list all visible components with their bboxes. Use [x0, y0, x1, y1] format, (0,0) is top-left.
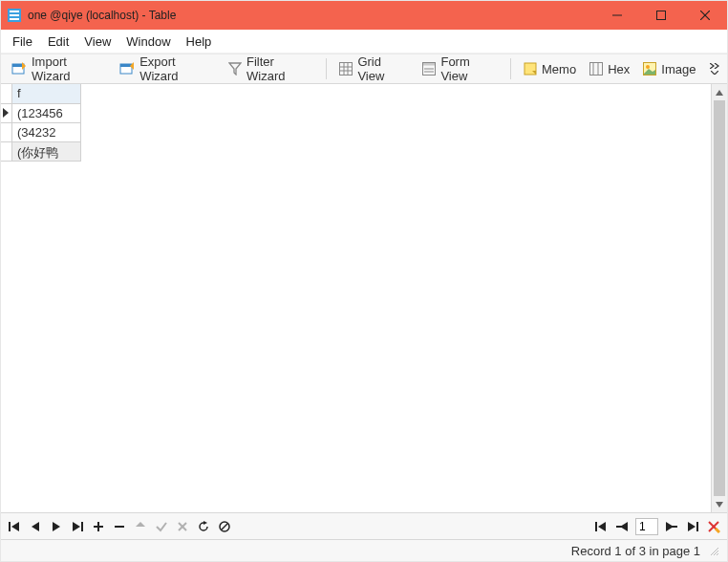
nav-delete-button[interactable] [112, 519, 127, 534]
page-settings-button[interactable] [706, 519, 721, 534]
cell[interactable]: (34232 [12, 123, 81, 142]
menu-edit[interactable]: Edit [40, 32, 76, 52]
nav-edit-button[interactable] [133, 519, 148, 534]
row-marker[interactable] [1, 142, 12, 162]
svg-rect-36 [595, 522, 597, 531]
svg-rect-18 [423, 63, 436, 66]
app-icon [7, 8, 22, 23]
cell[interactable]: (123456 [12, 104, 81, 123]
svg-rect-3 [10, 18, 19, 20]
svg-rect-11 [120, 64, 132, 67]
grid-icon [339, 62, 353, 76]
memo-icon [524, 62, 537, 76]
grid-view-label: Grid View [357, 54, 409, 83]
nav-post-button[interactable] [154, 519, 169, 534]
menu-window[interactable]: Window [118, 32, 178, 52]
window-title: one @qiye (localhost) - Table [28, 9, 595, 22]
svg-rect-12 [340, 63, 353, 76]
svg-point-26 [646, 65, 650, 69]
status-text: Record 1 of 3 in page 1 [571, 544, 700, 558]
data-grid[interactable]: f (123456 (34232 (你好鸭 [1, 84, 711, 512]
vertical-scrollbar[interactable] [711, 84, 727, 512]
nav-cancel-button[interactable] [175, 519, 190, 534]
table-row[interactable]: (34232 [1, 123, 711, 142]
minimize-button[interactable] [595, 1, 639, 30]
memo-button[interactable]: Memo [517, 57, 583, 80]
form-icon [422, 62, 436, 76]
svg-rect-5 [657, 11, 666, 20]
page-last-button[interactable] [685, 519, 700, 534]
form-view-label: Form View [440, 54, 498, 83]
nav-refresh-button[interactable] [196, 519, 211, 534]
scroll-thumb[interactable] [714, 100, 725, 496]
svg-rect-39 [696, 522, 698, 531]
nav-next-button[interactable] [49, 519, 64, 534]
toolbar-overflow-button[interactable] [706, 55, 723, 82]
toolbar: Import Wizard Export Wizard Filter Wizar… [1, 54, 727, 84]
svg-line-44 [717, 553, 718, 555]
import-wizard-button[interactable]: Import Wizard [5, 57, 113, 80]
nav-add-button[interactable] [91, 519, 106, 534]
svg-rect-1 [10, 11, 19, 12]
page-prev-button[interactable] [614, 519, 630, 534]
export-wizard-button[interactable]: Export Wizard [113, 57, 222, 80]
row-marker[interactable] [1, 104, 12, 123]
menu-help[interactable]: Help [179, 32, 220, 52]
column-header-row: f [1, 84, 711, 104]
export-icon [119, 61, 135, 76]
filter-wizard-button[interactable]: Filter Wizard [222, 57, 320, 80]
menubar: File Edit View Window Help [1, 30, 727, 54]
image-label: Image [661, 62, 696, 76]
image-icon [643, 62, 656, 76]
export-wizard-label: Export Wizard [139, 54, 215, 83]
record-navigator [1, 513, 727, 540]
row-marker[interactable] [1, 123, 12, 142]
svg-rect-28 [81, 522, 83, 531]
svg-line-35 [222, 524, 227, 530]
page-next-button[interactable] [664, 519, 679, 534]
chevron-right-double-icon [710, 63, 719, 69]
page-number-input[interactable] [635, 518, 658, 535]
table-row[interactable]: (你好鸭 [1, 142, 711, 162]
import-icon [11, 61, 27, 76]
maximize-button[interactable] [639, 1, 683, 30]
filter-wizard-label: Filter Wizard [246, 54, 313, 83]
import-wizard-label: Import Wizard [32, 54, 106, 83]
image-button[interactable]: Image [636, 57, 702, 80]
hex-label: Hex [608, 62, 630, 76]
column-header-f[interactable]: f [12, 84, 81, 104]
scroll-down-button[interactable] [712, 496, 727, 512]
svg-rect-27 [9, 522, 11, 531]
nav-first-button[interactable] [7, 519, 22, 534]
titlebar[interactable]: one @qiye (localhost) - Table [1, 1, 727, 30]
scroll-track[interactable] [712, 100, 727, 496]
memo-label: Memo [542, 62, 576, 76]
menu-view[interactable]: View [76, 32, 118, 52]
nav-last-button[interactable] [70, 519, 85, 534]
menu-file[interactable]: File [5, 32, 40, 52]
svg-rect-22 [590, 63, 603, 76]
table-row[interactable]: (123456 [1, 104, 711, 123]
grid-view-button[interactable]: Grid View [332, 57, 416, 80]
window: one @qiye (localhost) - Table File Edit … [0, 0, 728, 562]
form-view-button[interactable]: Form View [416, 57, 504, 80]
status-bar: Record 1 of 3 in page 1 [1, 540, 727, 561]
resize-grip-icon[interactable] [708, 545, 719, 556]
close-button[interactable] [683, 1, 727, 30]
svg-rect-2 [10, 14, 19, 16]
nav-stop-button[interactable] [217, 519, 232, 534]
hex-button[interactable]: Hex [583, 57, 636, 80]
scroll-up-button[interactable] [712, 84, 727, 100]
page-first-button[interactable] [593, 519, 609, 534]
cell[interactable]: (你好鸭 [12, 142, 81, 162]
toolbar-separator [510, 58, 511, 79]
toolbar-separator [326, 58, 327, 79]
hex-icon [589, 62, 603, 76]
chevron-down-icon [711, 71, 718, 75]
current-row-indicator-icon [3, 108, 9, 118]
grid-corner[interactable] [1, 84, 12, 104]
grid-area: f (123456 (34232 (你好鸭 [1, 84, 727, 513]
filter-icon [228, 62, 242, 76]
nav-prev-button[interactable] [28, 519, 43, 534]
